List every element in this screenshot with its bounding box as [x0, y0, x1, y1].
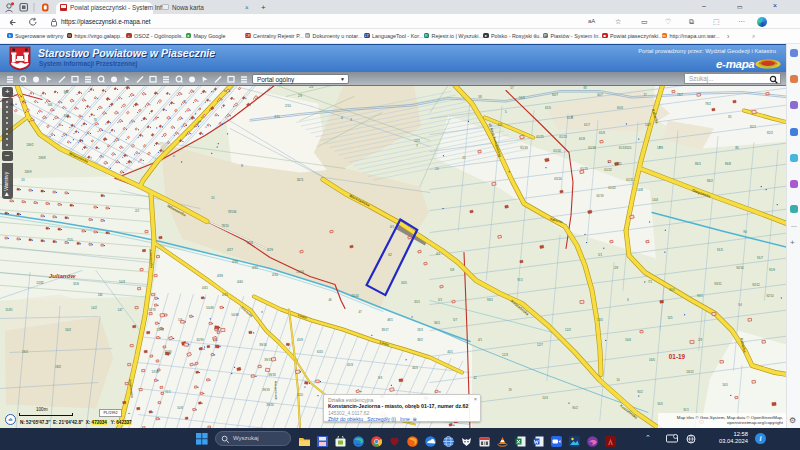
svg-text:38/2: 38/2	[417, 337, 423, 341]
svg-text:61/7: 61/7	[584, 122, 590, 126]
svg-text:4/1: 4/1	[436, 251, 441, 255]
svg-text:21: 21	[462, 155, 466, 159]
svg-text:2/8: 2/8	[309, 86, 314, 89]
svg-text:61/23: 61/23	[559, 134, 567, 138]
svg-text:78/20: 78/20	[222, 223, 229, 227]
svg-text:4/34: 4/34	[272, 272, 278, 276]
svg-text:11/5: 11/5	[667, 315, 673, 319]
svg-text:78/146: 78/146	[228, 209, 237, 213]
svg-text:105: 105	[497, 122, 502, 126]
svg-text:86/8: 86/8	[725, 161, 731, 165]
svg-text:26/1: 26/1	[22, 349, 28, 353]
svg-text:75/5: 75/5	[67, 237, 73, 241]
svg-text:62: 62	[388, 252, 392, 256]
svg-text:78: 78	[93, 117, 97, 121]
svg-text:91/7: 91/7	[757, 255, 763, 259]
svg-text:3: 3	[350, 117, 352, 121]
svg-text:45/3: 45/3	[347, 362, 353, 366]
svg-text:20: 20	[435, 166, 439, 170]
svg-text:60/7: 60/7	[552, 92, 558, 96]
svg-text:92/14: 92/14	[767, 293, 774, 297]
svg-text:4/28: 4/28	[247, 240, 253, 244]
svg-text:61/13/520: 61/13/520	[619, 145, 632, 149]
svg-text:4/1: 4/1	[478, 337, 482, 341]
svg-text:32/1: 32/1	[297, 177, 304, 181]
svg-text:4: 4	[341, 115, 343, 119]
svg-text:46: 46	[328, 297, 332, 301]
svg-text:2/11: 2/11	[274, 114, 280, 118]
svg-text:5/7: 5/7	[453, 317, 458, 321]
svg-text:5/1: 5/1	[438, 297, 443, 301]
svg-text:16/5: 16/5	[657, 401, 663, 405]
svg-text:61/6: 61/6	[567, 115, 573, 119]
svg-text:15/14: 15/14	[351, 293, 359, 297]
svg-text:2/8: 2/8	[698, 337, 702, 341]
svg-text:9/3: 9/3	[378, 375, 383, 379]
svg-text:50/48: 50/48	[231, 312, 239, 316]
svg-text:1/3: 1/3	[178, 317, 182, 321]
svg-text:61/21: 61/21	[614, 161, 622, 165]
svg-text:12/1: 12/1	[414, 138, 420, 142]
svg-text:78/7: 78/7	[677, 92, 683, 96]
svg-text:5: 5	[505, 109, 507, 113]
svg-text:4/41: 4/41	[202, 285, 208, 289]
svg-text:14/7: 14/7	[645, 122, 651, 126]
svg-text:2/9: 2/9	[298, 93, 303, 97]
svg-text:2/10: 2/10	[285, 103, 291, 107]
svg-text:12/7: 12/7	[537, 342, 543, 346]
svg-text:846: 846	[48, 102, 53, 106]
svg-text:12/3: 12/3	[502, 352, 508, 356]
svg-text:16/12: 16/12	[686, 369, 694, 373]
svg-text:39/16: 39/16	[259, 342, 267, 346]
svg-text:845: 845	[64, 89, 69, 93]
svg-text:61/11: 61/11	[626, 177, 634, 181]
svg-text:6/1: 6/1	[390, 224, 395, 228]
svg-text:10: 10	[616, 377, 620, 381]
svg-text:16/2: 16/2	[65, 327, 71, 331]
svg-text:▶ Warstwy: ▶ Warstwy	[3, 171, 9, 196]
svg-text:31/6: 31/6	[73, 281, 79, 285]
svg-text:34/5: 34/5	[401, 280, 407, 284]
svg-text:1/168: 1/168	[152, 369, 159, 373]
svg-text:10/3: 10/3	[119, 279, 125, 283]
svg-text:86/2: 86/2	[707, 178, 713, 182]
svg-text:93/11: 93/11	[714, 281, 722, 285]
svg-text:5/1: 5/1	[598, 252, 603, 256]
svg-text:Julianów: Julianów	[49, 271, 77, 278]
svg-text:60/7: 60/7	[597, 92, 603, 96]
svg-text:7: 7	[416, 143, 418, 147]
svg-text:847: 847	[64, 113, 69, 117]
svg-text:51: 51	[211, 195, 215, 199]
svg-text:81: 81	[728, 114, 732, 118]
svg-text:13/1: 13/1	[597, 317, 603, 321]
svg-text:42: 42	[473, 375, 477, 379]
svg-text:51/68: 51/68	[165, 349, 172, 353]
svg-text:15/04: 15/04	[296, 269, 304, 273]
svg-text:6/20: 6/20	[317, 349, 323, 353]
svg-text:61/25: 61/25	[536, 134, 544, 138]
svg-text:2/8: 2/8	[614, 265, 618, 269]
svg-text:60/3: 60/3	[617, 105, 623, 109]
svg-text:209/9: 209/9	[25, 169, 32, 173]
svg-text:61/9: 61/9	[599, 130, 605, 134]
svg-text:44/1: 44/1	[447, 349, 453, 353]
svg-text:91/1: 91/1	[517, 277, 523, 281]
svg-text:45/9: 45/9	[297, 337, 303, 341]
svg-text:39/20: 39/20	[266, 402, 274, 406]
svg-text:16/5: 16/5	[649, 357, 655, 361]
svg-text:90/2: 90/2	[637, 389, 643, 393]
svg-text:93/1: 93/1	[697, 293, 703, 297]
svg-text:85: 85	[735, 145, 739, 149]
svg-text:61/02: 61/02	[608, 185, 616, 189]
svg-text:61/18: 61/18	[588, 145, 596, 149]
svg-text:5/20: 5/20	[297, 392, 303, 396]
svg-text:4/31: 4/31	[222, 292, 228, 296]
svg-text:4/39: 4/39	[217, 273, 223, 277]
svg-text:61/19: 61/19	[520, 145, 528, 149]
svg-text:78/2: 78/2	[705, 101, 711, 105]
svg-text:12/2: 12/2	[565, 327, 571, 331]
svg-text:61/5: 61/5	[545, 105, 551, 109]
svg-text:4/29: 4/29	[267, 247, 273, 251]
svg-text:50/49: 50/49	[206, 305, 214, 309]
svg-text:10/3: 10/3	[542, 395, 548, 399]
